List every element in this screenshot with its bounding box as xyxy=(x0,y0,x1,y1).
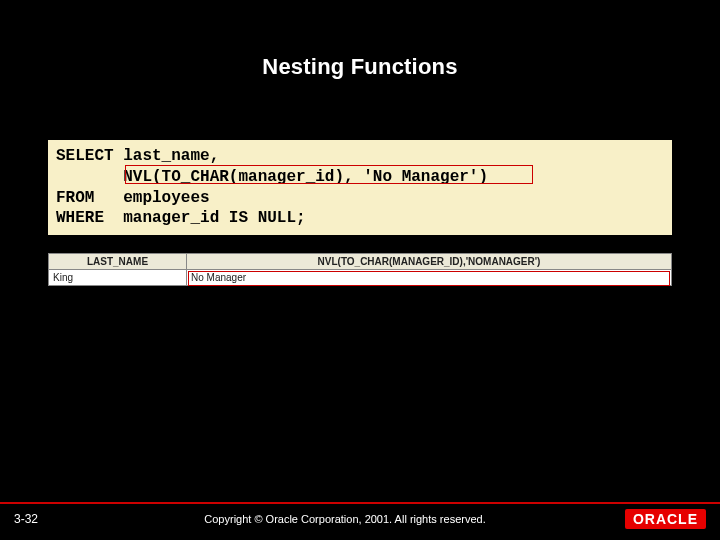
oracle-logo: ORACLE xyxy=(625,509,706,529)
copyright-text: Copyright © Oracle Corporation, 2001. Al… xyxy=(84,513,606,525)
sql-code-block: SELECT last_name, NVL(TO_CHAR(manager_id… xyxy=(48,140,672,235)
logo-wrap: ORACLE xyxy=(606,509,706,529)
cell-last-name: King xyxy=(49,270,187,285)
header-last-name: LAST_NAME xyxy=(49,254,187,269)
nvl-highlight-box xyxy=(125,165,533,184)
slide-title: Nesting Functions xyxy=(0,0,720,90)
header-nvl: NVL(TO_CHAR(MANAGER_ID),'NOMANAGER') xyxy=(187,254,671,269)
table-data-row: King No Manager xyxy=(49,270,671,285)
table-header-row: LAST_NAME NVL(TO_CHAR(MANAGER_ID),'NOMAN… xyxy=(49,254,671,270)
result-table: LAST_NAME NVL(TO_CHAR(MANAGER_ID),'NOMAN… xyxy=(48,253,672,286)
footer: 3-32 Copyright © Oracle Corporation, 200… xyxy=(0,504,720,540)
cell-nvl: No Manager xyxy=(187,270,671,285)
slide-number: 3-32 xyxy=(14,512,84,526)
